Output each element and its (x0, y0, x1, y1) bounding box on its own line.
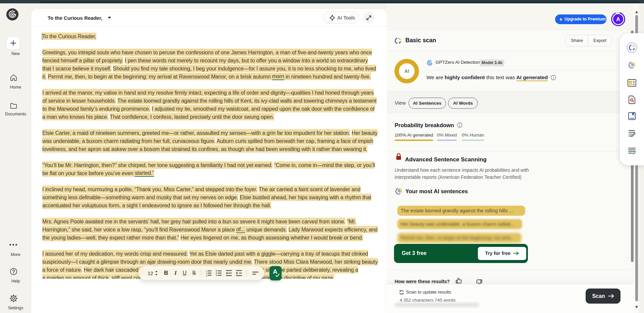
svg-text:3: 3 (206, 275, 207, 277)
svg-text:2: 2 (206, 272, 207, 274)
svg-text:A: A (629, 82, 632, 85)
svg-text:AI: AI (404, 68, 409, 74)
svg-text:1: 1 (206, 270, 207, 272)
svg-text:A: A (616, 16, 620, 22)
